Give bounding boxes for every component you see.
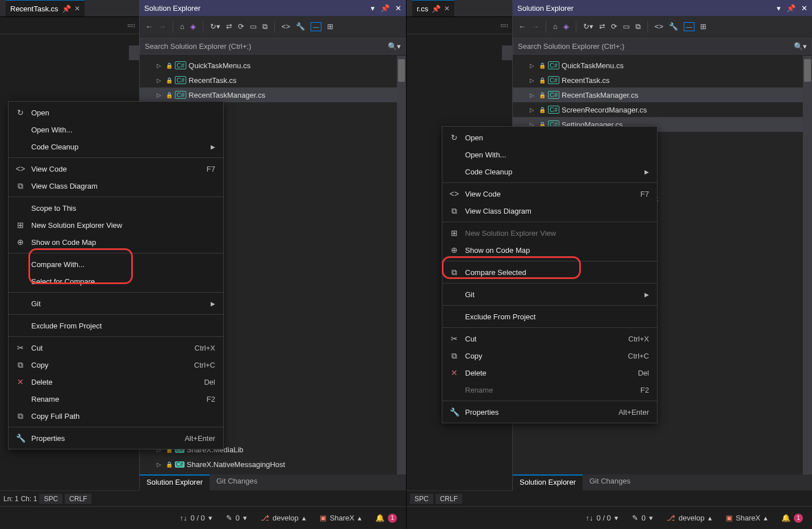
menu-item[interactable]: ↻Open xyxy=(442,129,657,146)
status-changes[interactable]: ↑↓ 0 / 0▾ xyxy=(586,514,618,522)
home-icon[interactable]: ⌂ xyxy=(180,22,185,31)
search-icon[interactable]: 🔍▾ xyxy=(388,42,401,51)
tree-icon[interactable]: ⊞ xyxy=(327,22,333,31)
chevron-icon[interactable]: ▷ xyxy=(530,107,537,113)
menu-item[interactable]: <>View CodeF7 xyxy=(442,185,657,202)
pin-icon[interactable]: 📌 xyxy=(380,4,390,13)
menu-item[interactable]: Code Cleanup▶ xyxy=(9,138,223,155)
menu-item[interactable]: Compare With... xyxy=(9,256,223,273)
status-branch[interactable]: ⎇ develop ▴ xyxy=(667,514,712,522)
scrollbar[interactable] xyxy=(397,56,406,474)
home-icon[interactable]: ⌂ xyxy=(553,22,558,31)
close-icon[interactable]: ✕ xyxy=(74,5,80,13)
menu-item[interactable]: Git▶ xyxy=(442,286,657,303)
scroll-thumb[interactable] xyxy=(502,45,512,60)
menu-item[interactable]: RenameF2 xyxy=(9,390,223,407)
close-icon[interactable]: ✕ xyxy=(395,4,401,13)
wrench-icon[interactable]: 🔧 xyxy=(296,22,305,31)
menu-item[interactable]: ⧉View Class Diagram xyxy=(9,177,223,194)
code-icon[interactable]: <> xyxy=(282,22,290,31)
menu-item[interactable]: ↻Open xyxy=(9,104,223,121)
menu-item[interactable]: Select for Compare xyxy=(9,273,223,290)
wrench-icon[interactable]: 🔧 xyxy=(669,22,678,31)
window-menu-icon[interactable]: ▾ xyxy=(777,4,781,13)
collapse-icon[interactable]: ▭ xyxy=(623,22,630,31)
tree-item[interactable]: ▷🔒C#QuickTaskMenu.cs xyxy=(140,58,406,73)
menu-item[interactable]: ⊕Show on Code Map xyxy=(442,241,657,259)
scrollbar[interactable] xyxy=(803,56,812,474)
menu-item[interactable]: ⧉CopyCtrl+C xyxy=(442,347,657,364)
chevron-icon[interactable]: ▷ xyxy=(157,92,164,98)
pin-icon[interactable]: 📌 xyxy=(432,5,441,13)
status-branch[interactable]: ⎇ develop ▴ xyxy=(261,514,306,522)
preview-icon[interactable]: — xyxy=(311,22,321,31)
tab-git-changes[interactable]: Git Changes xyxy=(210,474,264,490)
chevron-icon[interactable]: ▷ xyxy=(157,461,164,468)
status-spc[interactable]: SPC xyxy=(39,494,62,504)
forward-icon[interactable]: → xyxy=(158,22,166,31)
tree-icon[interactable]: ⊞ xyxy=(700,22,706,31)
menu-item[interactable]: ✕DeleteDel xyxy=(9,373,223,390)
chevron-icon[interactable]: ▷ xyxy=(530,92,537,98)
menu-item[interactable]: ⊕Show on Code Map xyxy=(9,234,223,251)
menu-item[interactable]: ⧉CopyCtrl+C xyxy=(9,356,223,373)
menu-item[interactable]: 🔧PropertiesAlt+Enter xyxy=(9,430,223,447)
status-repo[interactable]: ▣ ShareX ▴ xyxy=(320,514,362,522)
close-icon[interactable]: ✕ xyxy=(801,4,807,13)
vs-icon[interactable]: ◈ xyxy=(190,22,196,31)
menu-item[interactable]: Open With... xyxy=(9,121,223,138)
window-menu-icon[interactable]: ▾ xyxy=(371,4,375,13)
refresh-icon[interactable]: ⟳ xyxy=(611,22,617,31)
search-box[interactable]: Search Solution Explorer (Ctrl+;) 🔍▾ xyxy=(513,38,812,55)
refresh-icon[interactable]: ⟳ xyxy=(238,22,244,31)
status-notifications[interactable]: 🔔 1 xyxy=(781,514,803,523)
menu-item[interactable]: Exclude From Project xyxy=(9,317,223,334)
panel-title-bar[interactable]: Solution Explorer ▾ 📌 ✕ xyxy=(513,0,812,16)
close-icon[interactable]: ✕ xyxy=(444,5,450,13)
menu-item[interactable]: Git▶ xyxy=(9,295,223,312)
chevron-icon[interactable]: ▷ xyxy=(530,63,537,69)
menu-item[interactable]: ⧉Copy Full Path xyxy=(9,407,223,424)
status-spc[interactable]: SPC xyxy=(410,494,433,504)
code-icon[interactable]: <> xyxy=(655,22,663,31)
show-all-icon[interactable]: ⧉ xyxy=(635,22,641,31)
scrollbar-thumb[interactable] xyxy=(398,59,405,82)
tree-item[interactable]: ▷🔒C#RecentTask.cs xyxy=(513,73,812,88)
sync-icon[interactable]: ↻▾ xyxy=(210,22,220,31)
chevron-icon[interactable]: ▷ xyxy=(530,77,537,84)
tab-solution-explorer[interactable]: Solution Explorer xyxy=(140,474,210,490)
sync-icon[interactable]: ↻▾ xyxy=(583,22,593,31)
search-box[interactable]: Search Solution Explorer (Ctrl+;) 🔍▾ xyxy=(140,38,406,55)
menu-item[interactable]: 🔧PropertiesAlt+Enter xyxy=(442,403,657,420)
status-edits[interactable]: ✎ 0▾ xyxy=(226,514,247,522)
vs-icon[interactable]: ◈ xyxy=(563,22,569,31)
tree-item[interactable]: ▷🔒C#QuickTaskMenu.cs xyxy=(513,58,812,73)
menu-item[interactable]: Code Cleanup▶ xyxy=(442,163,657,180)
tab-file[interactable]: r.cs 📌 ✕ xyxy=(412,0,454,16)
menu-item[interactable]: ✂CutCtrl+X xyxy=(9,339,223,356)
panel-title-bar[interactable]: Solution Explorer ▾ 📌 ✕ xyxy=(140,0,406,16)
menu-item[interactable]: ⊞New Solution Explorer View xyxy=(9,216,223,234)
status-crlf[interactable]: CRLF xyxy=(65,494,91,504)
menu-item[interactable]: Exclude From Project xyxy=(442,308,657,325)
filter-icon[interactable]: ⇄ xyxy=(226,22,232,31)
status-notifications[interactable]: 🔔 1 xyxy=(375,514,397,523)
status-changes[interactable]: ↑↓ 0 / 0▾ xyxy=(180,514,212,522)
tree-item[interactable]: ▷🔒C#RecentTask.cs xyxy=(140,73,406,88)
chevron-icon[interactable]: ▷ xyxy=(157,63,164,69)
menu-item[interactable]: ✕DeleteDel xyxy=(442,364,657,381)
menu-item[interactable]: Scope to This xyxy=(9,199,223,216)
preview-icon[interactable]: — xyxy=(684,22,694,31)
scroll-thumb[interactable] xyxy=(129,45,139,60)
status-crlf[interactable]: CRLF xyxy=(436,494,462,504)
tree-item[interactable]: ▷🔒C#RecentTaskManager.cs xyxy=(513,88,812,102)
menu-item[interactable]: ✂CutCtrl+X xyxy=(442,330,657,347)
split-icon[interactable]: ▭↕ xyxy=(127,22,136,29)
menu-item[interactable]: <>View CodeF7 xyxy=(9,160,223,177)
show-all-icon[interactable]: ⧉ xyxy=(262,22,267,31)
tree-item[interactable]: ▷🔒C#RecentTaskManager.cs xyxy=(140,88,406,102)
filter-icon[interactable]: ⇄ xyxy=(599,22,605,31)
context-menu[interactable]: ↻OpenOpen With...Code Cleanup▶<>View Cod… xyxy=(8,101,224,449)
status-repo[interactable]: ▣ ShareX ▴ xyxy=(726,514,768,522)
forward-icon[interactable]: → xyxy=(531,22,539,31)
